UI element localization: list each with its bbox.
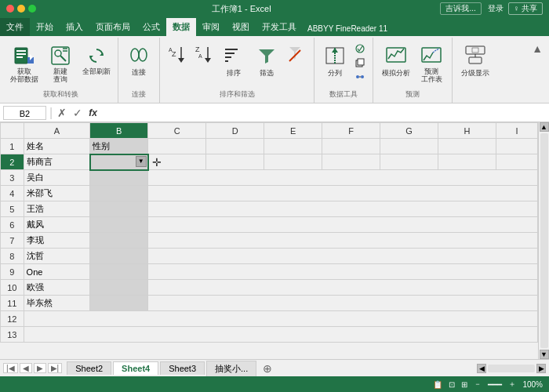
cancel-formula-icon[interactable]: ✗ <box>56 107 68 119</box>
col-header-F[interactable]: F <box>322 123 380 139</box>
sheet-tab-Sheet4[interactable]: Sheet4 <box>113 361 158 375</box>
col-header-B[interactable]: B <box>90 123 148 139</box>
login-button[interactable]: 登录 <box>488 3 504 14</box>
cell-C1[interactable] <box>148 139 206 154</box>
tab-review[interactable]: 审阅 <box>196 18 226 36</box>
data-validation-button[interactable] <box>352 42 368 55</box>
cell-A10[interactable]: 欧强 <box>24 280 90 296</box>
sort-button[interactable]: 排序 <box>218 41 249 81</box>
tab-dev[interactable]: 开发工具 <box>256 18 303 36</box>
row-header-7[interactable]: 7 <box>1 233 24 249</box>
remove-duplicate-button[interactable] <box>352 56 368 69</box>
cell-I2[interactable] <box>496 154 538 170</box>
tab-abbyy[interactable]: ABBYY FineReader 11 <box>303 21 392 36</box>
dropdown-arrow-B2[interactable]: ▼ <box>136 156 147 167</box>
sheet-tab-Sheet2[interactable]: Sheet2 <box>67 361 111 375</box>
cell-A3[interactable]: 吴白 <box>24 170 90 186</box>
filter-button[interactable]: 筛选 <box>251 41 282 81</box>
cell-E2[interactable] <box>264 154 322 170</box>
cell-A5[interactable]: 王浩 <box>24 201 90 217</box>
clear-filter-button[interactable] <box>284 41 309 69</box>
cell-B6[interactable] <box>90 217 148 233</box>
row-header-2[interactable]: 2 <box>1 154 24 170</box>
cell-A2[interactable]: 韩商言 <box>24 154 90 170</box>
share-button[interactable]: ♀ 共享 <box>508 2 543 15</box>
cell-A8[interactable]: 沈哲 <box>24 249 90 264</box>
cell-D2[interactable] <box>206 154 264 170</box>
name-box[interactable]: B2 <box>3 106 46 120</box>
cell-H1[interactable] <box>438 139 496 154</box>
cell-B8[interactable] <box>90 249 148 264</box>
sheet-tab-nav-next[interactable]: ▶ <box>34 363 46 373</box>
view-layout-button[interactable]: ⊡ <box>449 380 455 389</box>
col-header-E[interactable]: E <box>264 123 322 139</box>
collapse-ribbon-button[interactable]: ▲ <box>529 41 546 56</box>
col-header-G[interactable]: G <box>380 123 438 139</box>
zoom-in-button[interactable]: ＋ <box>508 379 516 390</box>
sheet-tab-nav-prev[interactable]: ◀ <box>20 363 32 373</box>
cell-A4[interactable]: 米邵飞 <box>24 186 90 201</box>
vertical-scrollbar[interactable]: ▲ ▼ <box>538 122 549 359</box>
cell-B3[interactable] <box>90 170 148 186</box>
tab-view[interactable]: 视图 <box>226 18 256 36</box>
tab-layout[interactable]: 页面布局 <box>89 18 136 36</box>
row-header-1[interactable]: 1 <box>1 139 24 154</box>
sheet-tab-nav-first[interactable]: |◀ <box>3 363 18 373</box>
help-text[interactable]: 吉诉我... <box>440 2 481 15</box>
col-header-H[interactable]: H <box>438 123 496 139</box>
row-header-3[interactable]: 3 <box>1 170 24 186</box>
connection-button[interactable]: 连接 <box>123 41 155 79</box>
cell-B4[interactable] <box>90 186 148 201</box>
sheet-tab-nav-last[interactable]: ▶| <box>48 363 63 373</box>
split-column-button[interactable]: 分列 <box>319 41 351 81</box>
zoom-slider[interactable]: ━━━ <box>488 380 502 389</box>
get-external-data-button[interactable]: 获取外部数据 <box>6 41 42 86</box>
relationship-button[interactable] <box>352 71 368 83</box>
cell-B5[interactable] <box>90 201 148 217</box>
cell-F1[interactable] <box>322 139 380 154</box>
cell-E1[interactable] <box>264 139 322 154</box>
cell-F2[interactable] <box>322 154 380 170</box>
col-header-I[interactable]: I <box>496 123 538 139</box>
col-header-C[interactable]: C <box>148 123 206 139</box>
predict-sheet-button[interactable]: 预测工作表 <box>416 41 447 86</box>
cell-A1[interactable]: 姓名 <box>24 139 90 154</box>
cell-A11[interactable]: 毕东然 <box>24 296 90 311</box>
cell-H2[interactable] <box>438 154 496 170</box>
sheet-tab-Sheet3[interactable]: Sheet3 <box>160 361 205 375</box>
row-header-4[interactable]: 4 <box>1 186 24 201</box>
row-header-10[interactable]: 10 <box>1 280 24 296</box>
tab-insert[interactable]: 插入 <box>60 18 89 36</box>
cell-B1[interactable]: 性别 <box>90 139 148 154</box>
sort-descending-button[interactable]: ZA <box>191 41 216 69</box>
view-page-break-button[interactable]: ⊞ <box>461 380 467 389</box>
cell-B2[interactable]: ▼ <box>90 154 148 170</box>
row-header-11[interactable]: 11 <box>1 296 24 311</box>
tab-home[interactable]: 开始 <box>30 18 60 36</box>
cell-A6[interactable]: 戴风 <box>24 217 90 233</box>
refresh-all-button[interactable]: 全部刷新 <box>78 41 115 78</box>
new-query-button[interactable]: 新建查询 <box>44 41 77 86</box>
cell-I1[interactable] <box>496 139 538 154</box>
cell-C2[interactable]: ✛ <box>148 154 206 170</box>
sort-ascending-button[interactable]: AZ <box>165 41 190 69</box>
cell-A9[interactable]: One <box>24 264 90 280</box>
cell-G2[interactable] <box>380 154 438 170</box>
horizontal-scrollbar[interactable]: ◀ ▶ <box>477 364 546 373</box>
group-display-button[interactable]: 分级显示 <box>457 41 493 81</box>
col-header-A[interactable]: A <box>24 123 90 139</box>
tab-formula[interactable]: 公式 <box>136 18 166 36</box>
add-sheet-button[interactable]: ⊕ <box>258 361 277 376</box>
row-header-9[interactable]: 9 <box>1 264 24 280</box>
row-header-5[interactable]: 5 <box>1 201 24 217</box>
cell-B9[interactable] <box>90 264 148 280</box>
insert-function-icon[interactable]: fx <box>87 107 99 118</box>
cell-C3[interactable] <box>148 170 538 186</box>
cell-A7[interactable]: 李现 <box>24 233 90 249</box>
zoom-out-button[interactable]: － <box>474 379 482 390</box>
row-header-8[interactable]: 8 <box>1 249 24 264</box>
simulate-button[interactable]: 模拟分析 <box>378 41 414 81</box>
col-header-D[interactable]: D <box>206 123 264 139</box>
cell-B10[interactable] <box>90 280 148 296</box>
cell-D1[interactable] <box>206 139 264 154</box>
